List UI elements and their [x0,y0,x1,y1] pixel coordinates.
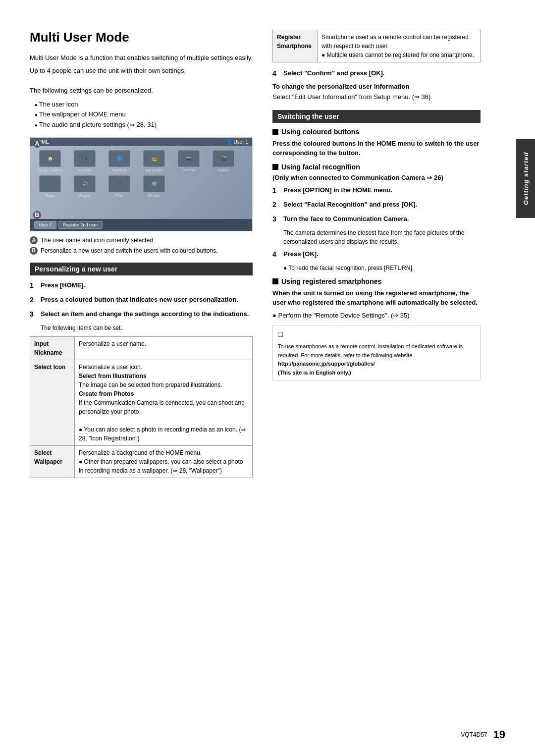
facial-step-4: 4 Press [OK]. [272,249,481,260]
facial-step-1: 1 Press [OPTION] in the HOME menu. [272,185,481,196]
smartphones-bullet: ● Perform the "Remote Device Settings". … [272,311,481,321]
change-info-bold: To change the personalized user informat… [272,83,481,90]
screen-icon-network: 🌐 Network [104,150,135,172]
screen-icon-ext: 📺 EXT IN [69,150,101,172]
image-labels: A The user name and icon currently selec… [30,236,253,255]
coloured-desc: Press the coloured buttons in the HOME m… [272,139,481,158]
sub-section-facial: Using facial recognition [272,163,481,171]
bullet-item-2: The wallpaper of HOME menu [35,109,253,120]
bullet-item-1: The user icon [35,100,253,110]
settings-table: Input Nickname Personalize a user name. … [30,336,253,478]
screen-icon-others: ⚙️ Others [138,175,170,198]
bullet-item-3: The audio and picture settings (⇒ 28, 31… [35,120,253,130]
table-row-wallpaper: Select Wallpaper Personalize a backgroun… [30,446,253,478]
screen-icon-videos: 🎬 Videos [208,150,239,172]
table-row-icon: Select Icon Personalize a user icon. Sel… [30,360,253,446]
smartphones-bold: When the unit is turned on using the reg… [272,288,481,308]
screen-icon-music: 🎵 Music [34,175,66,198]
screen-icon-fm: 📻 FM Radio [138,150,170,172]
black-square-icon-2 [272,164,278,170]
user-btn-register: Register 2nd user [58,221,103,229]
facial-step-3: 3 Turn the face to Communication Camera. [272,214,481,224]
page-title: Multi User Mode [30,30,253,45]
table-content-wallpaper: Personalize a background of the HOME men… [75,446,253,478]
table-header-nickname: Input Nickname [30,337,75,360]
right-column: Register Smartphone Smartphone used as a… [268,30,505,726]
sub-section-smartphones: Using registered smartphones [272,277,481,285]
sub-section-coloured: Using coloured buttons [272,128,481,136]
screen-icon-home-cinema: 🏠 Home Cinema [34,150,66,172]
device-image: HOME 👤 User 1 🏠 Home Cinema 📺 EXT IN 🌐 N… [30,137,253,231]
vqt-code: VQT4D57 [461,731,487,738]
change-info-text: Select "Edit User Information" from Setu… [272,92,481,102]
facial-step-2: 2 Select "Facial Recognition" and press … [272,200,481,210]
screen-icon-sound: 🔊 Sound [69,175,101,198]
note-icon: □ [278,328,475,340]
device-screen: HOME 👤 User 1 🏠 Home Cinema 📺 EXT IN 🌐 N… [30,138,252,231]
image-label-b: B Personalize a new user and switch the … [30,247,253,255]
screen-icon-photos: 📷 Photos [173,150,205,172]
label-a-marker: A [33,140,41,148]
step-4-right: 4 Select "Confirm" and press [OK]. [272,68,481,79]
table-row-nickname: Input Nickname Personalize a user name. [30,337,253,360]
step-2-text: Press a coloured button that indicates n… [41,295,253,305]
bullet-list: The user icon The wallpaper of HOME menu… [35,100,253,130]
step-3: 3 Select an item and change the settings… [30,309,253,320]
facial-step-4-sub: ● To redo the facial recognition, press … [283,264,481,272]
black-square-icon [272,129,278,135]
note-text: To use smartphones as a remote control, … [278,342,475,377]
step-3-text: Select an item and change the settings a… [41,309,253,319]
register-header: Register Smartphone [273,30,318,62]
register-row: Register Smartphone Smartphone used as a… [273,30,481,62]
section-switching: Switching the user [272,110,481,123]
step-1: 1 Press [HOME]. [30,280,253,291]
section-personalizing: Personalizing a new user [30,263,253,275]
screen-icon-ipod: 🎧 iPod [104,175,135,198]
table-header-icon: Select Icon [30,360,75,446]
black-square-icon-3 [272,278,278,284]
intro-text-2: Up to 4 people can use the unit with the… [30,66,253,76]
label-b-marker: B [33,211,41,219]
step-1-text: Press [HOME]. [41,280,253,290]
note-box: □ To use smartphones as a remote control… [272,325,481,380]
table-header-wallpaper: Select Wallpaper [30,446,75,478]
step-3-sub: The following items can be set. [41,324,253,332]
side-tab: Getting started [516,139,535,218]
screen-user-bar: User 1 Register 2nd user [30,219,252,231]
page-number: 19 [493,728,505,741]
table-content-nickname: Personalize a user name. [75,337,253,360]
screen-user-icon: 👤 User 1 [226,139,248,145]
step-4-text: Select "Confirm" and press [OK]. [283,68,481,78]
screen-icons: 🏠 Home Cinema 📺 EXT IN 🌐 Network 📻 FM Ra… [30,146,252,202]
intro-text-1: Multi User Mode is a function that enabl… [30,53,253,63]
image-label-a: A The user name and icon currently selec… [30,236,253,245]
table-content-icon: Personalize a user icon. Select from Ill… [75,360,253,446]
facial-sub: (Only when connected to Communication Ca… [272,174,481,181]
facial-step-3-sub: The camera determines the closest face f… [283,228,481,246]
user-btn-1: User 1 [34,221,56,229]
page: Multi User Mode Multi User Mode is a fun… [0,0,535,756]
personalizable-label: The following settings can be personaliz… [30,86,253,96]
left-column: Multi User Mode Multi User Mode is a fun… [30,30,268,726]
page-footer: VQT4D57 19 [461,728,505,741]
register-content: Smartphone used as a remote control can … [318,30,481,62]
step-2: 2 Press a coloured button that indicates… [30,295,253,305]
register-table: Register Smartphone Smartphone used as a… [272,30,481,62]
screen-top-bar: HOME 👤 User 1 [30,138,252,146]
